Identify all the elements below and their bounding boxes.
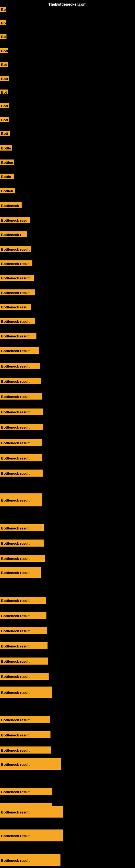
bottleneck-result-item: Bottle (0, 174, 14, 179)
bottleneck-result-item: Bottleneck result (0, 567, 41, 578)
bottleneck-result-item: Bott (0, 131, 10, 135)
bottleneck-result-item: Bo (0, 7, 6, 12)
bottleneck-result-item: Bo (0, 20, 6, 25)
bottleneck-result-item: Bottleneck result (0, 746, 51, 753)
bottleneck-result-item: Bottleneck result (0, 539, 44, 547)
bottleneck-result-item: Bottleneck result (0, 469, 43, 476)
bottleneck-result-item: Bottleneck result (0, 642, 48, 649)
bottleneck-result-item: Bot (0, 62, 8, 67)
bottleneck-result-item: Bott (0, 117, 9, 122)
bottleneck-result-item: Bottleneck result (0, 363, 40, 369)
bottleneck-result-item: Bot (0, 90, 8, 94)
bottleneck-result-item: Bottleneck result (0, 275, 34, 281)
bottleneck-result-item: Bottleneck result (0, 260, 32, 267)
bottleneck-result-item: Bottleneck result (0, 555, 45, 562)
bottleneck-result-item: Bott (0, 76, 9, 81)
bottleneck-result-item: Bottleneck resu (0, 304, 31, 310)
bottleneck-result-item: Bottleneck result (0, 289, 35, 296)
bottleneck-result-item: Bottleneck result (0, 493, 42, 506)
bottleneck-result-item: Bottleneck result (0, 612, 46, 619)
bottleneck-result-item: Bottleneck result (0, 393, 42, 400)
bottleneck-result-item: Bottleneck result (0, 347, 39, 354)
bottleneck-result-item: Bottleneck result (0, 439, 42, 446)
bottleneck-result-item: Bottleneck result (0, 454, 42, 461)
bottleneck-result-item: Bottleneck result (0, 408, 43, 415)
bottleneck-result-item: Bottleneck resu (0, 217, 30, 223)
bottleneck-result-item: Bottleneck result (0, 716, 50, 723)
bottleneck-result-item: Bottleneck result (0, 830, 63, 841)
site-title: TheBottlenecker.com (48, 2, 87, 6)
bottleneck-result-item: Bottleneck result (0, 758, 61, 770)
bottleneck-result-item: Bottleneck result (0, 806, 63, 817)
bottleneck-result-item: Bottleneck result (0, 627, 47, 634)
bottleneck-result-item: Bottleneck result (0, 854, 60, 866)
bottleneck-result-item: Bottleneck r (0, 231, 27, 237)
bottleneck-result-item: Bottleneck result (0, 524, 44, 531)
bottleneck-result-item: Bottleneck result (0, 333, 37, 339)
bottleneck-result-item: Bottleneck result (0, 424, 43, 430)
bottleneck-result-item: Bottleneck (0, 203, 21, 208)
bottleneck-result-item: Bottleneck result (0, 246, 31, 252)
bottleneck-result-item: Bottleneck result (0, 673, 49, 680)
bottleneck-result-item: Bottlen (0, 188, 15, 193)
bottleneck-result-item: Bottleneck result (0, 731, 50, 738)
bottleneck-result-item: Bottleneck result (0, 788, 52, 795)
bottleneck-result-item: Bottle (0, 145, 12, 151)
bottleneck-result-item: Bott (0, 48, 8, 53)
bottleneck-result-item: Bottleneck result (0, 378, 41, 384)
bottleneck-result-item: Bottleneck result (0, 318, 35, 324)
bottleneck-result-item: Bottleneck result (0, 686, 52, 698)
bottleneck-result-item: Bottleneck result (0, 597, 46, 604)
bottleneck-result-item: Bo (0, 34, 6, 39)
bottleneck-result-item: Bottleneck result (0, 657, 48, 664)
bottleneck-result-item: Bottlen (0, 159, 14, 165)
bottleneck-result-item: Bott (0, 103, 9, 108)
